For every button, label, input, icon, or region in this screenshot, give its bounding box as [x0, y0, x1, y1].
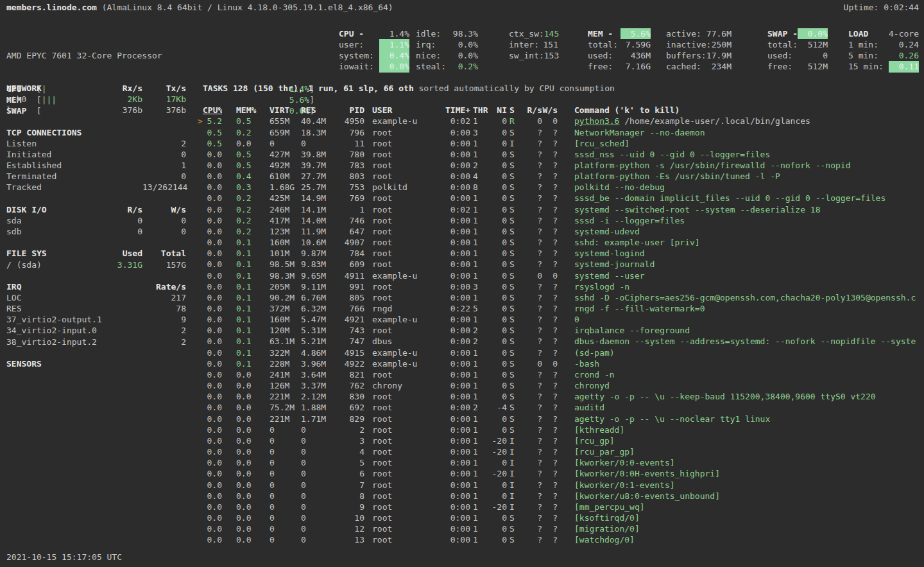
sidebar-row-value1: 2Kb	[103, 94, 142, 105]
stat-label: buffers:	[666, 50, 706, 61]
process-write-rate: ?	[542, 325, 558, 336]
process-marker	[198, 127, 203, 138]
process-user: root	[372, 149, 445, 160]
process-command: [kworker/0:0H-events_highpri]	[574, 468, 924, 479]
process-marker	[198, 512, 203, 523]
process-virt: 1.68G	[270, 182, 301, 193]
section-col2-header: Rate/s	[142, 281, 186, 292]
process-cpu: 0.0	[203, 534, 222, 545]
sidebar-row-value1	[103, 314, 142, 325]
process-read-rate: 0	[517, 116, 542, 126]
cpu-model-name: AMD EPYC 7601 32-Core Processor	[6, 50, 314, 61]
process-command-name: sssd_nss --uid 0 --gid 0 --logger=files	[574, 150, 770, 159]
process-marker	[198, 314, 203, 325]
sidebar-row-value2: 17Kb	[142, 94, 186, 105]
process-cpu: 0.0	[203, 424, 222, 435]
process-threads: 1	[473, 414, 488, 424]
process-threads: 1	[473, 491, 488, 502]
process-time: 0:02	[445, 204, 470, 215]
process-state: S	[509, 424, 517, 435]
process-pid: 4950	[343, 116, 364, 126]
process-command: platform-python -s /usr/sbin/firewalld -…	[574, 160, 924, 171]
process-virt: 160M	[270, 314, 301, 325]
summary-row: idle:98.3%	[416, 28, 478, 39]
process-write-rate: ?	[542, 435, 558, 446]
process-time: 0:00	[445, 193, 470, 204]
summary-row: used:436M	[588, 50, 651, 61]
process-nice: 0	[488, 259, 507, 270]
process-marker	[198, 281, 203, 292]
process-state: I	[509, 138, 517, 149]
process-command: crond -n	[574, 369, 924, 380]
process-read-rate: ?	[517, 237, 542, 248]
process-command-name: platform-python -Es /usr/sbin/tuned -l -…	[574, 171, 780, 181]
process-cpu: 0.0	[203, 281, 222, 292]
process-nice: 0	[488, 292, 507, 303]
sidebar-row: Listen2	[6, 138, 186, 149]
process-row: 0.00.190.2M6.76M805root0:0010S??sshd -D …	[198, 292, 924, 303]
process-res: 0	[301, 424, 343, 435]
process-row: 0.00.198.5M9.83M609root0:0010S??systemd-…	[198, 259, 924, 270]
process-read-rate: ?	[517, 259, 542, 270]
sidebar-row-label: LOC	[6, 292, 103, 303]
process-nice: 0	[488, 204, 507, 215]
process-command: irqbalance --foreground	[574, 325, 924, 336]
sidebar-section-header: FILE SYSUsedTotal	[6, 248, 186, 259]
process-mem: 0.5	[222, 160, 270, 171]
process-command-name: [rcu_sched]	[574, 139, 629, 148]
sidebar-row-label: sdb	[6, 226, 103, 237]
process-pid: 4915	[343, 347, 364, 358]
process-mem: 0.0	[222, 402, 270, 413]
sidebar-row-label: Terminated	[6, 171, 103, 182]
process-nice: 0	[488, 480, 507, 491]
process-command-name: sssd -i --logger=files	[574, 216, 685, 225]
process-read-rate: ?	[517, 226, 542, 237]
stat-value: 0.26	[899, 50, 919, 61]
process-read-rate: ?	[517, 380, 542, 391]
sidebar-row-label: 34_virtio2-input.0	[6, 325, 103, 336]
col-header-virt: VIRT	[270, 105, 301, 116]
summary-row: total:512M	[767, 39, 828, 50]
stat-label: user:	[339, 39, 364, 50]
process-cpu: 0.0	[203, 414, 222, 424]
process-nice: 0	[488, 336, 507, 347]
process-marker	[198, 424, 203, 435]
process-virt: 160M	[270, 237, 301, 248]
stat-value: 98.3%	[453, 28, 478, 39]
process-nice: 0	[488, 182, 507, 193]
process-marker	[198, 480, 203, 491]
process-state: S	[509, 314, 517, 325]
sidebar-row-label: 38_virtio2-input.2	[6, 336, 103, 347]
process-command-name: [rcu_par_gp]	[574, 447, 635, 457]
section-col2-header	[142, 358, 186, 369]
sidebar-row-value2: 9	[142, 314, 186, 325]
sidebar-row: / (sda)3.31G157G	[6, 259, 186, 270]
process-pid: 769	[343, 193, 364, 204]
sidebar-row: Terminated0	[6, 171, 186, 182]
process-res: 39.8M	[301, 149, 343, 160]
process-write-rate: ?	[542, 468, 558, 479]
process-threads: 1	[473, 468, 488, 479]
process-nice: -20	[488, 446, 507, 457]
process-write-rate: ?	[542, 204, 558, 215]
process-res: 0	[301, 446, 343, 457]
process-command: -bash	[574, 358, 924, 369]
process-read-rate: ?	[517, 138, 542, 149]
process-state: I	[509, 446, 517, 457]
process-state: S	[509, 325, 517, 336]
process-marker	[198, 325, 203, 336]
process-cpu: 0.0	[203, 347, 222, 358]
process-command: [mm_percpu_wq]	[574, 502, 924, 512]
process-row: 0.00.31.68G25.7M753polkitd0:0080S??polki…	[198, 182, 924, 193]
glances-terminal[interactable]: { "header": { "host": "members.linode.co…	[0, 0, 924, 567]
sidebar-row: eth02Kb17Kb	[6, 94, 186, 105]
process-state: I	[509, 491, 517, 502]
section-col2-header: Tx/s	[142, 83, 186, 94]
process-command-name: auditd	[574, 403, 604, 412]
process-mem: 0.0	[222, 435, 270, 446]
process-time: 0:00	[445, 259, 470, 270]
stat-label: total:	[588, 39, 618, 50]
stat-label: inactive:	[666, 39, 711, 50]
process-command: [migration/0]	[574, 523, 924, 534]
process-nice: 0	[488, 226, 507, 237]
